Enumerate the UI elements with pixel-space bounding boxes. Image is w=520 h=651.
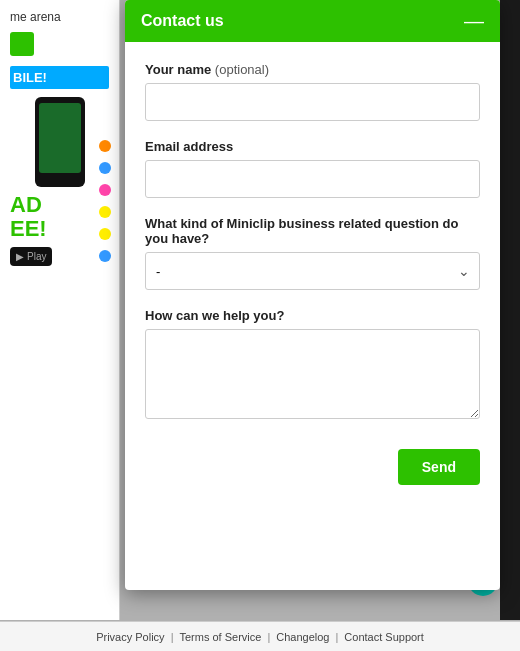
- email-label: Email address: [145, 139, 480, 154]
- terms-link[interactable]: Terms of Service: [179, 631, 261, 643]
- dot-blue2: [99, 250, 111, 262]
- left-panel: me arena BILE! AD EE! ▶ Play: [0, 0, 120, 620]
- contact-support-link[interactable]: Contact Support: [344, 631, 424, 643]
- separator-1: |: [171, 631, 174, 643]
- question-select-wrapper: - General Business Technical Other ⌄: [145, 252, 480, 290]
- dot-yellow1: [99, 206, 111, 218]
- email-form-group: Email address: [145, 139, 480, 198]
- dots-column: [99, 140, 111, 262]
- optional-text: (optional): [215, 62, 269, 77]
- phone-image: [35, 97, 85, 187]
- privacy-policy-link[interactable]: Privacy Policy: [96, 631, 164, 643]
- modal-title: Contact us: [141, 12, 224, 30]
- play-store-icon: ▶: [16, 251, 24, 262]
- name-form-group: Your name (optional): [145, 62, 480, 121]
- help-label: How can we help you?: [145, 308, 480, 323]
- name-label: Your name (optional): [145, 62, 480, 77]
- green-small-button[interactable]: [10, 32, 34, 56]
- question-form-group: What kind of Miniclip business related q…: [145, 216, 480, 290]
- modal-header: Contact us —: [125, 0, 500, 42]
- email-input[interactable]: [145, 160, 480, 198]
- play-store-button[interactable]: ▶ Play: [10, 247, 52, 266]
- dot-pink: [99, 184, 111, 196]
- send-row: Send: [145, 441, 480, 485]
- banner-text-ad: AD EE!: [10, 193, 109, 241]
- changelog-link[interactable]: Changelog: [276, 631, 329, 643]
- question-label: What kind of Miniclip business related q…: [145, 216, 480, 246]
- help-form-group: How can we help you?: [145, 308, 480, 423]
- contact-modal: Contact us — Your name (optional) Email …: [125, 0, 500, 590]
- game-name-label: me arena: [10, 10, 109, 24]
- modal-body: Your name (optional) Email address What …: [125, 42, 500, 590]
- mobile-banner: BILE!: [10, 66, 109, 89]
- send-button[interactable]: Send: [398, 449, 480, 485]
- close-button[interactable]: —: [464, 11, 484, 31]
- dot-orange: [99, 140, 111, 152]
- right-dark-strip: [500, 0, 520, 620]
- name-input[interactable]: [145, 83, 480, 121]
- left-panel-content: me arena BILE! AD EE! ▶ Play: [0, 0, 119, 276]
- separator-3: |: [335, 631, 338, 643]
- separator-2: |: [267, 631, 270, 643]
- footer: Privacy Policy | Terms of Service | Chan…: [0, 621, 520, 651]
- dot-yellow2: [99, 228, 111, 240]
- dot-blue: [99, 162, 111, 174]
- question-select[interactable]: - General Business Technical Other: [145, 252, 480, 290]
- phone-screen: [39, 103, 81, 173]
- help-textarea[interactable]: [145, 329, 480, 419]
